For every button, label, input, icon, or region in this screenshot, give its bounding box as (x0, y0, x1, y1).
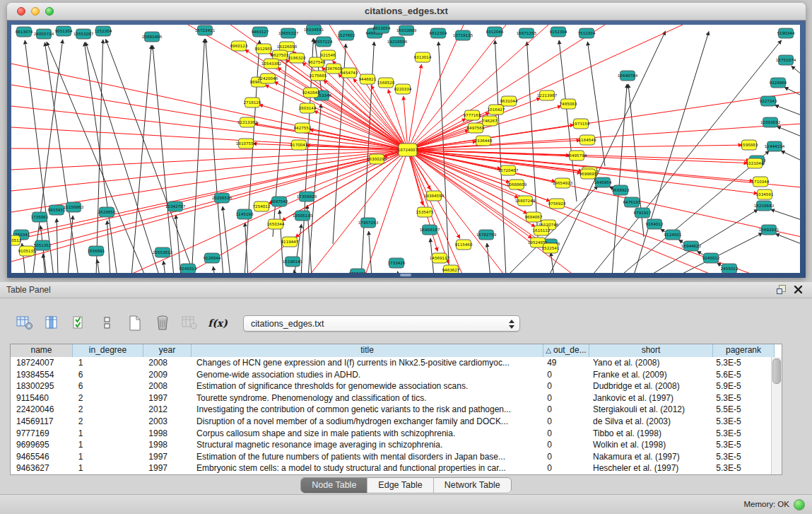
table-cell[interactable]: 1 (73, 357, 143, 369)
network-node[interactable]: 1568520 (377, 78, 395, 88)
network-node[interactable]: 746267 (482, 116, 498, 126)
table-cell[interactable]: 14569117 (11, 416, 73, 428)
network-node[interactable]: 8186328 (288, 53, 306, 63)
network-node[interactable]: 1595883 (741, 140, 758, 150)
column-header-year[interactable]: year (143, 344, 192, 357)
network-node[interactable]: 2620650 (98, 207, 116, 217)
table-cell[interactable]: Structural magnetic resonance image aver… (191, 439, 541, 451)
scrollbar-thumb[interactable] (772, 358, 781, 384)
network-node[interactable]: 10655327 (278, 28, 299, 38)
table-cell[interactable]: 2003 (143, 416, 191, 428)
network-node[interactable]: 10543382 (261, 59, 281, 69)
table-cell[interactable]: Dudbridge et al. (2008) (587, 380, 710, 392)
table-cell[interactable]: 5.3E-5 (710, 439, 772, 451)
network-node[interactable]: 1535475 (416, 207, 434, 217)
network-node[interactable]: 1252304 (95, 26, 112, 36)
network-node[interactable]: 1034591 (756, 189, 774, 199)
table-cell[interactable]: 0 (541, 439, 587, 451)
tab-edge-table[interactable]: Edge Table (367, 478, 433, 493)
table-options-button[interactable] (14, 313, 35, 333)
table-cell[interactable]: 18300295 (11, 380, 73, 392)
column-header-short[interactable]: short (589, 344, 713, 357)
create-column-button[interactable] (124, 313, 146, 333)
table-cell[interactable]: 0 (541, 451, 587, 463)
network-node[interactable]: 9105135 (18, 246, 36, 256)
network-node[interactable]: 1733426 (388, 258, 406, 268)
network-node[interactable]: 15692931 (759, 225, 779, 235)
network-node[interactable]: 18724007 (398, 144, 418, 156)
show-columns-button[interactable] (42, 313, 63, 333)
table-row[interactable]: 977716911998Corpus callosum shape and si… (11, 428, 772, 440)
table-cell[interactable]: 2008 (143, 357, 191, 369)
table-row[interactable]: 1872400712008Changes of HCN gene express… (11, 357, 772, 369)
network-node[interactable]: 2718126 (244, 98, 261, 107)
network-node[interactable]: 8454743 (341, 68, 358, 78)
table-cell[interactable]: 22420046 (11, 404, 73, 416)
table-cell[interactable]: Genome-wide association studies in ADHD. (191, 369, 541, 381)
table-cell[interactable]: 9115460 (11, 392, 73, 404)
tab-network-table[interactable]: Network Table (433, 478, 511, 493)
table-cell[interactable]: Investigating the contribution of common… (191, 404, 541, 416)
table-cell[interactable]: Estimation of significance thresholds fo… (191, 380, 541, 392)
column-header-title[interactable]: title (192, 344, 543, 357)
network-node[interactable]: 9126044 (204, 253, 221, 263)
table-cell[interactable]: Wolkin et al. (1998) (587, 439, 710, 451)
network-node[interactable]: 15720407 (498, 165, 519, 175)
network-node[interactable]: 9175685 (310, 71, 327, 81)
network-node[interactable]: 1650344 (267, 219, 285, 229)
network-node[interactable]: 18107554 (236, 139, 257, 148)
network-node[interactable]: 1527602 (338, 30, 355, 40)
network-node[interactable]: 9756928 (548, 199, 566, 209)
network-node[interactable]: 12342757 (165, 201, 186, 211)
network-node[interactable]: 9463627 (442, 265, 460, 273)
table-cell[interactable]: 1 (73, 439, 143, 451)
network-node[interactable]: 1164549 (579, 135, 596, 145)
network-node[interactable]: 15723411 (195, 25, 216, 35)
table-cell[interactable]: Estimation of the future numbers of pati… (191, 451, 541, 463)
column-header-out_de[interactable]: △out_de... (543, 344, 589, 357)
table-cell[interactable]: Nakamura et al. (1997) (587, 451, 710, 463)
network-node[interactable]: 12213987 (537, 90, 558, 100)
network-node[interactable]: 24055724 (34, 29, 54, 39)
table-cell[interactable]: 9777169 (11, 428, 73, 440)
network-node[interactable]: 9115460 (455, 240, 473, 250)
network-node[interactable]: 17359928 (297, 192, 317, 201)
table-cell[interactable]: 18724007 (11, 357, 73, 369)
table-row[interactable]: 946554611997Estimation of the future num… (11, 451, 772, 463)
network-node[interactable]: 9777169 (464, 110, 481, 120)
vertical-scrollbar[interactable] (771, 357, 782, 474)
network-node[interactable]: 9170041 (290, 140, 308, 150)
network-node[interactable]: 19654923 (553, 178, 573, 188)
network-node[interactable]: 20891406 (142, 32, 163, 42)
table-cell[interactable]: Franke et al. (2009) (587, 369, 710, 381)
network-node[interactable]: 20553812 (153, 247, 172, 257)
network-node[interactable]: 2055381 (349, 269, 367, 273)
column-header-in_degree[interactable]: in_degree (73, 344, 143, 357)
row-height-button[interactable] (97, 313, 118, 333)
network-node[interactable]: 2336448 (475, 136, 493, 146)
network-node[interactable]: 6476191 (623, 197, 641, 207)
table-row[interactable]: 1456911722003Disruption of a novel membe… (11, 416, 772, 428)
table-cell[interactable]: 5.3E-5 (710, 428, 772, 440)
network-node[interactable]: 8220334 (394, 84, 412, 94)
table-cell[interactable]: 9465546 (11, 451, 73, 463)
table-cell[interactable]: 5.6E-5 (710, 369, 772, 381)
table-cell[interactable]: Yano et al. (2008) (587, 357, 710, 369)
table-cell[interactable]: 1 (73, 462, 143, 474)
close-panel-icon[interactable] (794, 284, 804, 295)
table-cell[interactable]: 2009 (143, 369, 191, 381)
table-cell[interactable]: 5.5E-5 (710, 404, 772, 416)
table-cell[interactable]: 2 (73, 416, 143, 428)
network-node[interactable]: 2455012 (721, 264, 739, 273)
table-cell[interactable]: 19384554 (11, 369, 73, 381)
network-node[interactable]: 9631044 (500, 96, 518, 106)
table-cell[interactable]: 49 (541, 357, 587, 369)
network-node[interactable]: 9446821 (359, 74, 377, 84)
window-resize-grip[interactable] (400, 274, 411, 276)
table-cell[interactable]: Changes of HCN gene expression and I(f) … (191, 357, 541, 369)
table-cell[interactable]: 0 (541, 380, 587, 392)
network-node[interactable]: 16782759 (476, 230, 497, 240)
table-cell[interactable]: 1998 (143, 428, 191, 440)
network-node[interactable]: 15196141 (283, 257, 303, 267)
network-node[interactable]: 7254012 (253, 201, 271, 211)
